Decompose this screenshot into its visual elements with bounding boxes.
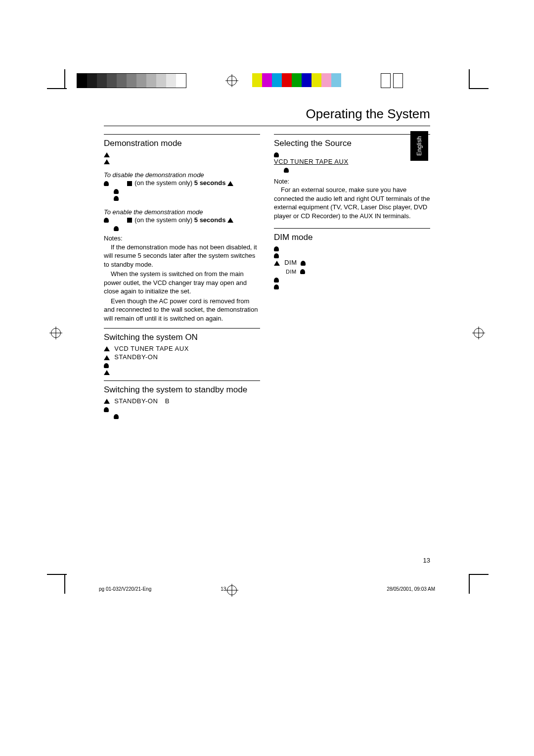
registration-target-icon (472, 327, 485, 339)
footer-doc-id: pg 01-032/V220/21-Eng (99, 586, 151, 592)
footer-page: 13 (151, 586, 387, 592)
triangle-icon (104, 346, 110, 351)
manual-page: English Operating the System Demonstrati… (0, 0, 534, 756)
crop-mark (64, 69, 65, 89)
bullet-icon (274, 253, 279, 258)
crop-mark (47, 88, 67, 89)
triangle-icon (227, 218, 233, 223)
note-3: Even though the AC power cord is removed… (104, 297, 260, 323)
color-step (272, 73, 282, 87)
note-1: If the demonstration mode has not been d… (104, 243, 260, 269)
crop-mark (469, 88, 489, 89)
bullet-icon (114, 414, 119, 419)
standby-b: B (165, 397, 170, 405)
crop-mark (469, 69, 470, 89)
source-list: VCD TUNER TAPE AUX (274, 158, 349, 165)
section-dim-mode: DIM mode (274, 233, 430, 242)
triangle-icon (104, 152, 110, 157)
source-list: VCD TUNER TAPE AUX (114, 345, 189, 352)
gray-step (77, 74, 87, 88)
color-bar (252, 73, 341, 87)
right-column: Selecting the Source VCD TUNER TAPE AUX … (274, 129, 430, 419)
section-demo-mode: Demonstration mode (104, 139, 260, 148)
text: (on the system only) (134, 179, 194, 187)
bullet-icon (274, 152, 279, 157)
notes-label: Notes: (104, 235, 123, 242)
text: (on the system only) (134, 216, 194, 224)
bullet-icon (104, 181, 109, 186)
reg-box (393, 73, 403, 88)
gray-step (87, 74, 97, 88)
registration-target-icon (49, 327, 62, 339)
section-select-source: Selecting the Source (274, 139, 430, 148)
gray-step (176, 74, 186, 88)
section-switch-on: Switching the system ON (104, 332, 260, 342)
bullet-icon (284, 168, 289, 173)
disable-demo-step: (on the system only) 5 seconds (104, 179, 260, 188)
color-step (252, 73, 262, 87)
registration-target-icon (225, 74, 238, 87)
gray-step (107, 74, 117, 88)
color-step (312, 73, 321, 87)
color-step (282, 73, 292, 87)
enable-demo-heading: To enable the demonstration mode (104, 208, 260, 216)
bullet-icon (301, 261, 306, 266)
bullet-icon (114, 189, 119, 194)
triangle-icon (274, 261, 280, 266)
disable-demo-heading: To disable the demonstration mode (104, 171, 260, 179)
dim-label-small: DIM (286, 269, 297, 275)
crop-mark (47, 574, 67, 575)
gray-step (166, 74, 176, 88)
standby-label: STANDBY-ON (114, 397, 158, 405)
note-2: When the system is switched on from the … (104, 270, 260, 296)
left-column: Demonstration mode To disable the demons… (104, 129, 260, 419)
bullet-icon (300, 269, 305, 274)
content-body: Operating the System Demonstration mode … (104, 106, 430, 419)
gray-step (136, 74, 146, 88)
bullet-icon (104, 363, 109, 368)
page-number: 13 (104, 557, 430, 564)
section-standby: Switching the system to standby mode (104, 385, 260, 395)
bullet-icon (274, 284, 279, 289)
gray-step (156, 74, 166, 88)
grayscale-bar (77, 73, 186, 88)
reg-box (381, 73, 391, 88)
enable-demo-step: (on the system only) 5 seconds (104, 216, 260, 225)
triangle-icon (104, 399, 110, 404)
triangle-icon (104, 370, 110, 375)
stop-icon (127, 218, 132, 223)
gray-step (117, 74, 127, 88)
color-step (292, 73, 302, 87)
footer-timestamp: 28/05/2001, 09:03 AM (387, 586, 435, 592)
crop-mark (469, 574, 470, 594)
page-title: Operating the System (104, 106, 430, 122)
bullet-icon (274, 278, 279, 283)
bullet-icon (114, 196, 119, 201)
note-label: Note: (274, 178, 289, 185)
source-note: For an external source, make sure you ha… (274, 186, 430, 220)
text-bold: 5 seconds (194, 216, 226, 224)
bullet-icon (104, 407, 109, 412)
color-step (302, 73, 312, 87)
color-step (321, 73, 331, 87)
text-bold: 5 seconds (194, 179, 226, 187)
color-step (331, 73, 341, 87)
stop-icon (127, 181, 132, 186)
standby-label: STANDBY-ON (114, 353, 158, 361)
crop-mark (469, 574, 489, 575)
triangle-icon (104, 355, 110, 360)
gray-step (146, 74, 156, 88)
color-step (262, 73, 272, 87)
bullet-icon (114, 226, 119, 231)
bullet-icon (274, 246, 279, 251)
triangle-icon (104, 159, 110, 164)
crop-mark (64, 574, 65, 594)
dim-label: DIM (284, 259, 297, 266)
triangle-icon (227, 181, 233, 186)
title-rule (104, 126, 430, 126)
gray-step (97, 74, 107, 88)
gray-step (127, 74, 136, 88)
bullet-icon (104, 218, 109, 223)
imposition-footer: pg 01-032/V220/21-Eng 13 28/05/2001, 09:… (99, 586, 435, 592)
